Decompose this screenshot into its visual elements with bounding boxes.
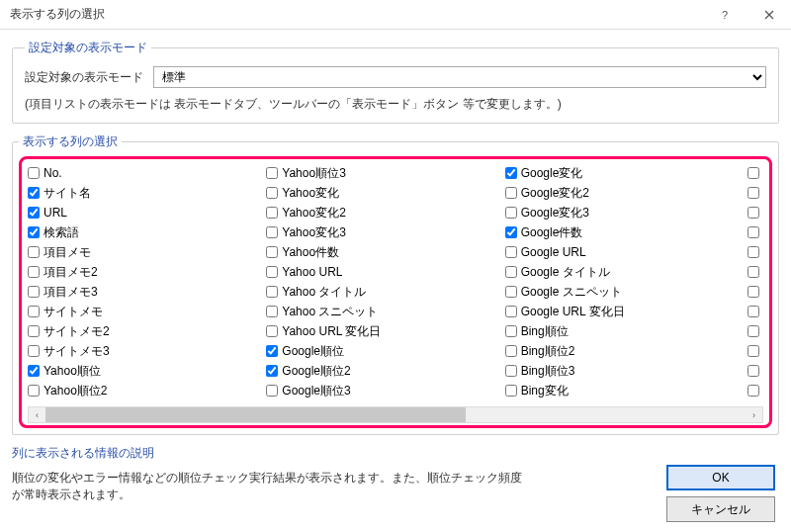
column-checkbox[interactable] bbox=[747, 306, 759, 317]
column-checkbox[interactable] bbox=[266, 325, 278, 337]
column-item-overflow[interactable] bbox=[744, 183, 763, 203]
column-checkbox[interactable] bbox=[266, 286, 278, 298]
scroll-thumb[interactable] bbox=[45, 407, 466, 422]
column-item[interactable]: Google URL 変化日 bbox=[505, 302, 744, 321]
close-button[interactable] bbox=[747, 0, 791, 30]
column-checkbox[interactable] bbox=[28, 187, 40, 199]
column-item[interactable]: Google変化3 bbox=[505, 203, 744, 222]
column-item[interactable]: Bing順位 bbox=[505, 321, 744, 341]
column-checkbox[interactable] bbox=[28, 325, 40, 337]
column-checkbox[interactable] bbox=[28, 286, 40, 298]
column-item[interactable]: Google順位 bbox=[266, 341, 504, 361]
column-checkbox[interactable] bbox=[747, 325, 759, 337]
column-checkbox[interactable] bbox=[266, 266, 278, 278]
column-checkbox[interactable] bbox=[747, 167, 759, 179]
column-checkbox[interactable] bbox=[266, 385, 278, 397]
help-button[interactable]: ? bbox=[702, 0, 747, 30]
column-item[interactable]: Yahoo順位3 bbox=[266, 163, 504, 183]
column-checkbox[interactable] bbox=[28, 365, 40, 377]
column-checkbox[interactable] bbox=[747, 345, 759, 357]
column-item[interactable]: Yahoo順位2 bbox=[28, 381, 266, 400]
column-item-overflow[interactable] bbox=[744, 282, 763, 302]
column-checkbox[interactable] bbox=[266, 246, 278, 258]
column-item[interactable]: Yahoo変化2 bbox=[266, 203, 504, 222]
column-checkbox[interactable] bbox=[505, 345, 517, 357]
ok-button[interactable]: OK bbox=[666, 465, 775, 490]
column-item[interactable]: サイトメモ3 bbox=[28, 341, 266, 361]
column-checkbox[interactable] bbox=[505, 226, 517, 238]
column-checkbox[interactable] bbox=[505, 266, 517, 278]
column-checkbox[interactable] bbox=[747, 286, 759, 298]
column-item[interactable]: Yahoo変化3 bbox=[266, 222, 504, 242]
column-checkbox[interactable] bbox=[505, 325, 517, 337]
column-checkbox[interactable] bbox=[266, 226, 278, 238]
column-item[interactable]: 項目メモ3 bbox=[28, 282, 266, 302]
mode-select[interactable]: 標準 bbox=[153, 66, 766, 88]
column-item[interactable]: Google件数 bbox=[505, 222, 744, 242]
column-item-overflow[interactable] bbox=[744, 262, 763, 282]
column-checkbox[interactable] bbox=[28, 385, 40, 397]
column-item[interactable]: Yahoo件数 bbox=[266, 242, 504, 262]
column-checkbox[interactable] bbox=[747, 266, 759, 278]
column-item[interactable]: No. bbox=[28, 163, 266, 183]
column-item[interactable]: Yahoo タイトル bbox=[266, 282, 504, 302]
column-item[interactable]: 検索語 bbox=[28, 222, 266, 242]
column-checkbox[interactable] bbox=[505, 246, 517, 258]
scroll-track[interactable] bbox=[45, 407, 746, 422]
column-item-overflow[interactable] bbox=[744, 381, 763, 400]
column-checkbox[interactable] bbox=[266, 345, 278, 357]
column-checkbox[interactable] bbox=[747, 365, 759, 377]
column-item[interactable]: Yahoo URL bbox=[266, 262, 504, 282]
column-item-overflow[interactable] bbox=[744, 163, 763, 183]
column-item[interactable]: Google順位2 bbox=[266, 361, 504, 381]
column-checkbox[interactable] bbox=[266, 306, 278, 317]
column-checkbox[interactable] bbox=[266, 207, 278, 219]
column-checkbox[interactable] bbox=[28, 345, 40, 357]
column-checkbox[interactable] bbox=[747, 246, 759, 258]
column-item[interactable]: Google URL bbox=[505, 242, 744, 262]
column-checkbox[interactable] bbox=[747, 207, 759, 219]
column-checkbox[interactable] bbox=[266, 187, 278, 199]
column-item[interactable]: Google スニペット bbox=[505, 282, 744, 302]
column-item[interactable]: サイト名 bbox=[28, 183, 266, 203]
column-item-overflow[interactable] bbox=[744, 203, 763, 222]
column-item-overflow[interactable] bbox=[744, 341, 763, 361]
column-checkbox[interactable] bbox=[28, 226, 40, 238]
column-checkbox[interactable] bbox=[266, 167, 278, 179]
column-checkbox[interactable] bbox=[505, 306, 517, 317]
column-checkbox[interactable] bbox=[28, 246, 40, 258]
column-item[interactable]: Google変化 bbox=[505, 163, 744, 183]
column-item-overflow[interactable] bbox=[744, 242, 763, 262]
column-item[interactable]: サイトメモ2 bbox=[28, 321, 266, 341]
column-item[interactable]: URL bbox=[28, 203, 266, 222]
column-checkbox[interactable] bbox=[28, 306, 40, 317]
column-item[interactable]: 項目メモ2 bbox=[28, 262, 266, 282]
column-item-overflow[interactable] bbox=[744, 302, 763, 321]
column-checkbox[interactable] bbox=[747, 385, 759, 397]
column-item-overflow[interactable] bbox=[744, 321, 763, 341]
column-checkbox[interactable] bbox=[505, 187, 517, 199]
column-checkbox[interactable] bbox=[266, 365, 278, 377]
column-checkbox[interactable] bbox=[28, 207, 40, 219]
column-item[interactable]: サイトメモ bbox=[28, 302, 266, 321]
cancel-button[interactable]: キャンセル bbox=[666, 496, 775, 522]
column-checkbox[interactable] bbox=[505, 207, 517, 219]
column-item[interactable]: Yahoo URL 変化日 bbox=[266, 321, 504, 341]
column-checkbox[interactable] bbox=[505, 167, 517, 179]
column-item[interactable]: Yahoo順位 bbox=[28, 361, 266, 381]
column-item[interactable]: Yahoo スニペット bbox=[266, 302, 504, 321]
column-item[interactable]: Bing順位3 bbox=[505, 361, 744, 381]
column-item[interactable]: 項目メモ bbox=[28, 242, 266, 262]
column-checkbox[interactable] bbox=[505, 385, 517, 397]
column-checkbox[interactable] bbox=[28, 167, 40, 179]
column-checkbox[interactable] bbox=[747, 226, 759, 238]
column-checkbox[interactable] bbox=[505, 286, 517, 298]
column-item-overflow[interactable] bbox=[744, 222, 763, 242]
column-item[interactable]: Bing順位2 bbox=[505, 341, 744, 361]
column-item[interactable]: Google変化2 bbox=[505, 183, 744, 203]
column-item[interactable]: Google タイトル bbox=[505, 262, 744, 282]
column-item-overflow[interactable] bbox=[744, 361, 763, 381]
column-checkbox[interactable] bbox=[505, 365, 517, 377]
column-item[interactable]: Yahoo変化 bbox=[266, 183, 504, 203]
column-item[interactable]: Bing変化 bbox=[505, 381, 744, 400]
